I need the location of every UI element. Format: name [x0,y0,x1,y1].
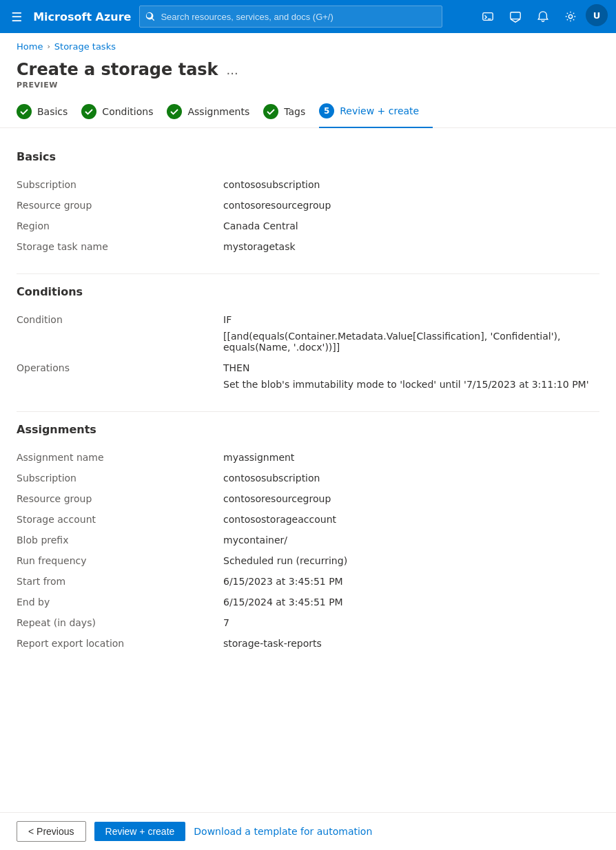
table-row: Blob prefixmycontainer/ [17,530,599,550]
terminal-icon [482,10,494,23]
row-value: IF[[and(equals(Container.Metadata.Value[… [223,309,599,357]
settings-icon[interactable] [558,4,583,29]
row-label: Report export location [17,633,223,654]
svg-point-3 [568,14,572,18]
row-value: 7 [223,612,599,633]
divider-1 [17,273,599,274]
row-label: Blob prefix [17,530,223,550]
basics-section: Basics SubscriptioncontososubscriptionRe… [17,150,599,257]
cloud-shell-icon[interactable] [475,4,500,29]
assignments-section: Assignments Assignment namemyassignmentS… [17,423,599,654]
row-label: Subscription [17,468,223,488]
conditions-table: ConditionIF[[and(equals(Container.Metada… [17,309,599,395]
check-icon-2 [85,107,93,116]
search-bar[interactable] [139,6,442,28]
step-label-basics: Basics [37,106,68,117]
preview-badge: PREVIEW [0,79,616,90]
wizard-step-basics[interactable]: Basics [17,104,81,127]
hamburger-icon[interactable]: ☰ [8,7,25,27]
row-label: Resource group [17,488,223,509]
top-navigation: ☰ Microsoft Azure U [0,0,616,33]
step-check-conditions [81,104,96,119]
step-check-tags [263,104,278,119]
wizard-step-tags[interactable]: Tags [263,104,319,127]
wizard-step-review[interactable]: 5 Review + create [319,103,433,128]
row-label: Operations [17,357,223,395]
svg-rect-2 [511,12,520,19]
table-row: Resource groupcontosoresourcegroup [17,195,599,216]
step-label-review: Review + create [340,105,419,116]
table-row: Repeat (in days)7 [17,612,599,633]
row-value: 6/15/2023 at 3:45:51 PM [223,571,599,592]
basics-table: SubscriptioncontososubscriptionResource … [17,174,599,257]
table-row: Start from6/15/2023 at 3:45:51 PM [17,571,599,592]
row-value: Scheduled run (recurring) [223,550,599,571]
row-value: contosoresourcegroup [223,195,599,216]
row-label: Run frequency [17,550,223,571]
step-label-tags: Tags [284,106,305,117]
notifications-icon[interactable] [531,4,555,29]
row-value: 6/15/2024 at 3:45:51 PM [223,592,599,612]
row-label: End by [17,592,223,612]
step-label-assignments: Assignments [187,106,249,117]
nav-icons: U [475,4,608,29]
step-check-assignments [167,104,182,119]
wizard-step-conditions[interactable]: Conditions [81,104,167,127]
wizard-step-assignments[interactable]: Assignments [167,104,263,127]
row-label: Assignment name [17,447,223,468]
table-row: Assignment namemyassignment [17,447,599,468]
table-row: Subscriptioncontososubscription [17,174,599,195]
basics-section-title: Basics [17,150,599,163]
breadcrumb-sep-1: › [47,42,50,51]
avatar[interactable]: U [586,4,608,26]
check-icon-3 [170,107,178,116]
row-label: Storage account [17,509,223,530]
breadcrumb: Home › Storage tasks [0,33,616,52]
check-icon-4 [267,107,275,116]
assignments-table: Assignment namemyassignmentSubscriptionc… [17,447,599,654]
search-icon [145,12,155,21]
page-ellipsis[interactable]: ... [227,63,238,77]
row-label: Region [17,216,223,236]
row-value: storage-task-reports [223,633,599,654]
row-label: Condition [17,309,223,357]
table-row: Storage accountcontosostorageaccount [17,509,599,530]
page-header: Create a storage task ... [0,52,616,79]
table-row: OperationsTHENSet the blob's immutabilit… [17,357,599,395]
step-check-basics [17,104,32,119]
row-value: contososubscription [223,174,599,195]
azure-logo: Microsoft Azure [33,10,131,23]
row-label: Start from [17,571,223,592]
search-input[interactable] [161,12,436,22]
table-row: RegionCanada Central [17,216,599,236]
row-value: mycontainer/ [223,530,599,550]
row-label: Storage task name [17,236,223,257]
step-num-review: 5 [319,103,334,118]
row-label: Repeat (in days) [17,612,223,633]
assignments-section-title: Assignments [17,423,599,436]
table-row: Run frequencyScheduled run (recurring) [17,550,599,571]
row-label: Subscription [17,174,223,195]
check-icon [20,107,28,116]
feedback-icon[interactable] [503,4,528,29]
row-value: mystoragetask [223,236,599,257]
main-content: Basics SubscriptioncontososubscriptionRe… [0,128,616,725]
table-row: Storage task namemystoragetask [17,236,599,257]
wizard-steps: Basics Conditions Assignments Tags 5 Rev… [0,90,616,128]
table-row: Subscriptioncontososubscription [17,468,599,488]
divider-2 [17,411,599,412]
table-row: Report export locationstorage-task-repor… [17,633,599,654]
row-value: Canada Central [223,216,599,236]
row-value: contosostorageaccount [223,509,599,530]
breadcrumb-storage-tasks[interactable]: Storage tasks [54,41,116,52]
page-title: Create a storage task [17,60,218,79]
breadcrumb-home[interactable]: Home [17,41,43,52]
conditions-section-title: Conditions [17,285,599,298]
row-value: THENSet the blob's immutability mode to … [223,357,599,395]
table-row: End by6/15/2024 at 3:45:51 PM [17,592,599,612]
table-row: Resource groupcontosoresourcegroup [17,488,599,509]
row-value: myassignment [223,447,599,468]
row-label: Resource group [17,195,223,216]
step-label-conditions: Conditions [102,106,153,117]
table-row: ConditionIF[[and(equals(Container.Metada… [17,309,599,357]
